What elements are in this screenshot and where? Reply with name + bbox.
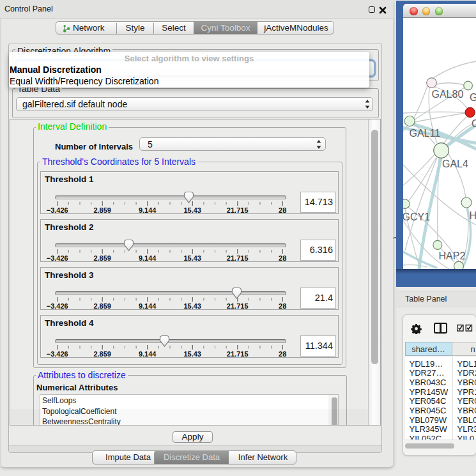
svg-text:GAL80: GAL80 bbox=[432, 89, 464, 100]
svg-text:C: C bbox=[472, 118, 476, 129]
svg-text:GAL4: GAL4 bbox=[442, 158, 468, 169]
svg-text:GCY1: GCY1 bbox=[403, 211, 430, 222]
svg-text:GAL11: GAL11 bbox=[410, 128, 441, 139]
svg-text:GA: GA bbox=[470, 92, 476, 103]
svg-text:HAP2: HAP2 bbox=[439, 250, 466, 261]
svg-text:H: H bbox=[470, 210, 476, 221]
